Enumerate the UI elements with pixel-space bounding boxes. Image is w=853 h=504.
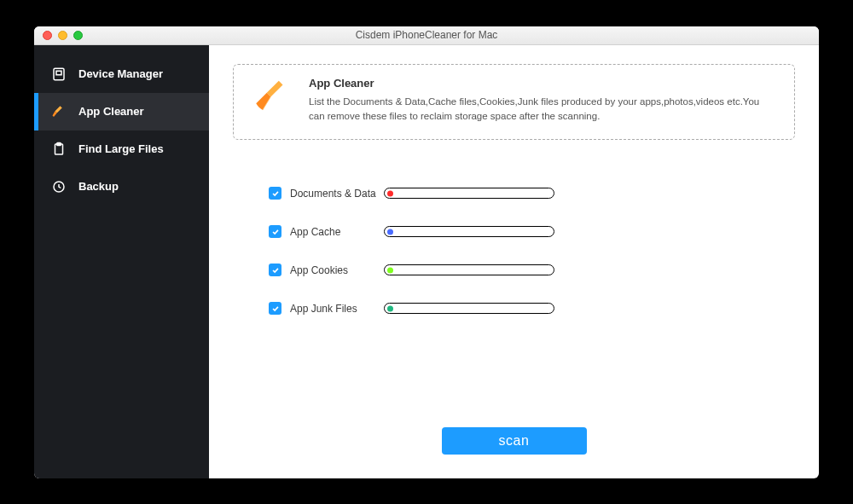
traffic-lights [43, 31, 83, 40]
progress-bar-documents-data [384, 188, 554, 199]
sidebar-item-label: Find Large Files [78, 142, 164, 155]
progress-bar-app-cache [384, 226, 554, 237]
progress-dot [387, 267, 393, 273]
titlebar: Cisdem iPhoneCleaner for Mac [34, 26, 819, 45]
option-row-documents-data: Documents & Data [269, 187, 795, 200]
svg-rect-1 [56, 71, 61, 75]
progress-dot [387, 305, 393, 311]
sidebar-item-backup[interactable]: Backup [34, 168, 209, 206]
main-panel: App Cleaner List the Documents & Data,Ca… [209, 45, 819, 478]
checkbox-app-cookies[interactable] [269, 264, 281, 276]
option-label: App Cache [290, 226, 384, 238]
close-window-button[interactable] [43, 31, 52, 40]
scan-button[interactable]: scan [442, 427, 587, 455]
scan-options: Documents & Data App Cache [269, 187, 795, 315]
checkbox-app-junk-files[interactable] [269, 302, 281, 315]
window-title: Cisdem iPhoneCleaner for Mac [34, 29, 819, 41]
info-text: App Cleaner List the Documents & Data,Ca… [309, 77, 777, 125]
app-window: Cisdem iPhoneCleaner for Mac Device Mana… [34, 26, 819, 478]
info-title: App Cleaner [309, 77, 777, 90]
sidebar-item-label: App Cleaner [78, 105, 144, 118]
broom-illustration-icon [251, 77, 293, 119]
progress-dot [387, 229, 393, 235]
sidebar-item-app-cleaner[interactable]: App Cleaner [34, 93, 209, 130]
clipboard-icon [51, 142, 67, 157]
sidebar-item-device-manager[interactable]: Device Manager [34, 55, 209, 93]
sidebar: Device Manager App Cleaner Find Large Fi… [34, 45, 209, 478]
progress-dot [387, 190, 393, 196]
option-label: Documents & Data [290, 188, 384, 200]
checkbox-app-cache[interactable] [269, 225, 281, 238]
window-body: Device Manager App Cleaner Find Large Fi… [34, 45, 819, 478]
option-label: App Cookies [290, 264, 384, 276]
option-row-app-cookies: App Cookies [269, 264, 795, 276]
zoom-window-button[interactable] [73, 31, 83, 40]
info-box: App Cleaner List the Documents & Data,Ca… [233, 64, 795, 141]
option-row-app-cache: App Cache [269, 225, 795, 238]
sidebar-item-label: Backup [78, 180, 119, 193]
svg-rect-3 [57, 142, 61, 145]
option-row-app-junk-files: App Junk Files [269, 302, 795, 315]
minimize-window-button[interactable] [58, 31, 67, 40]
action-row: scan [233, 427, 795, 463]
progress-bar-app-cookies [384, 264, 554, 275]
backup-icon [51, 179, 67, 194]
sidebar-item-find-large-files[interactable]: Find Large Files [34, 130, 209, 168]
progress-bar-app-junk-files [384, 303, 554, 314]
broom-icon [51, 104, 67, 119]
option-label: App Junk Files [290, 303, 384, 315]
info-description: List the Documents & Data,Cache files,Co… [309, 95, 777, 125]
checkbox-documents-data[interactable] [269, 187, 281, 200]
sidebar-item-label: Device Manager [78, 67, 163, 80]
device-icon [51, 67, 67, 82]
